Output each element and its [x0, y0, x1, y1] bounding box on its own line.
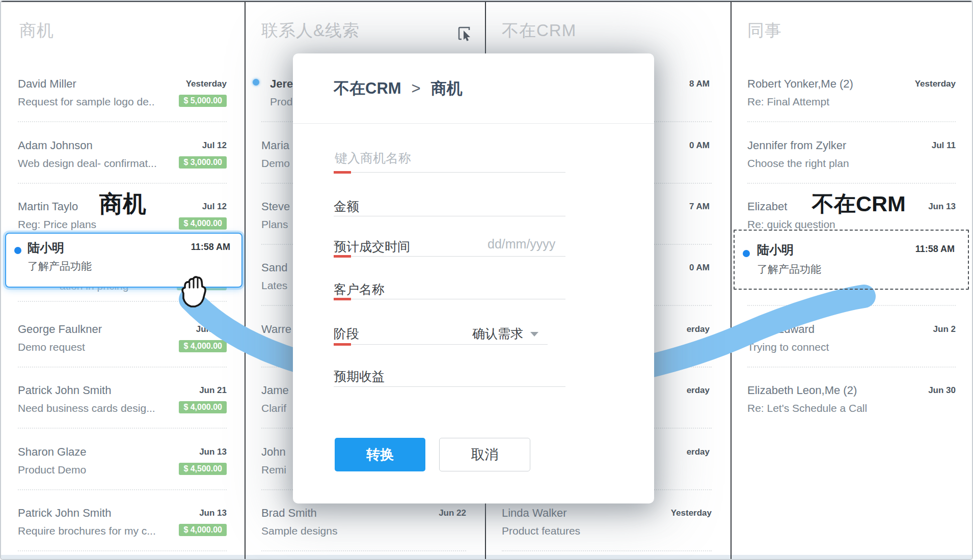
column-divider: [245, 1, 246, 559]
deal-card[interactable]: Adam JohnsonJul 12 Web design deal- conf…: [18, 139, 227, 176]
deal-amount-badge: $ 4,000.00: [179, 217, 227, 230]
unread-dot-icon: [743, 250, 750, 257]
column-title-opportunities: 商机: [19, 19, 54, 42]
card-subject: Web design deal- confirmat...: [18, 157, 157, 170]
not-in-crm-card[interactable]: Linda WalkerYesterday Product features: [502, 507, 712, 543]
card-name: Rose Edward: [747, 323, 815, 336]
chevron-down-icon[interactable]: [530, 332, 538, 337]
card-separator: [18, 428, 227, 429]
card-time: Jul 12: [202, 139, 227, 151]
card-subject: Trying to connect: [747, 341, 829, 353]
card-name: Elizabeth Leon,Me (2): [747, 384, 857, 397]
card-time: Jun 13: [928, 200, 956, 212]
deal-amount-badge: $ 5,000.00: [179, 95, 227, 107]
card-separator: [18, 183, 227, 184]
card-name: Jennifer from Zylker: [747, 139, 846, 152]
colleague-card[interactable]: Robert Yonker,Me (2)Yesterday Re: Final …: [747, 77, 956, 114]
card-subject: Product Demo: [18, 464, 86, 476]
card-separator: [747, 367, 956, 368]
stage-field-label: 阶段: [334, 325, 359, 342]
top-border-line: [1, 1, 972, 2]
card-subject: 了解产品功能: [757, 262, 821, 276]
card-subject: Require brochures for my c...: [18, 525, 156, 537]
card-subject: Demo: [261, 157, 290, 170]
field-underline: [334, 216, 565, 216]
unread-dot-icon: [14, 247, 21, 254]
card-subject: Lates: [261, 279, 287, 292]
card-time: Jun: [196, 323, 211, 334]
card-separator: [18, 489, 227, 490]
deal-amount-badge: $ 4,000.00: [179, 524, 227, 536]
card-name: Robert Yonker,Me (2): [747, 77, 853, 91]
card-subject: Clarif: [261, 402, 286, 414]
deal-card[interactable]: Patrick John SmithJun 13 Require brochur…: [18, 507, 227, 543]
deal-amount-badge: $ 4,000.00: [179, 340, 227, 352]
field-underline-required: [334, 344, 548, 345]
account-name-field-label[interactable]: 客户名称: [334, 281, 385, 298]
card-time: Jun 30: [928, 384, 956, 396]
annotation-not-in-crm-label: 不在CRM: [812, 189, 906, 219]
card-time: Jun 13: [199, 445, 227, 457]
card-time: Yesterday: [915, 77, 956, 89]
card-name: Maria: [261, 139, 289, 152]
colleague-card[interactable]: Elizabeth Leon,Me (2)Jun 30 Re: Let's Sc…: [747, 384, 956, 421]
breadcrumb-to: 商机: [431, 79, 463, 97]
card-name: Patrick John Smith: [18, 507, 111, 520]
deal-amount-badge: $ 4,500.00: [179, 463, 227, 475]
deal-card[interactable]: David MillerYesterday Request for sample…: [18, 77, 227, 114]
card-name: George Faulkner: [18, 323, 102, 336]
card-subject: Choose the right plan: [747, 157, 849, 170]
card-name: David Miller: [18, 77, 76, 91]
deal-amount-badge: $ 4,000.00: [179, 401, 227, 413]
crm-kanban-screen: 商机 联系人&线索 不在CRM 同事 David MillerYesterday…: [0, 0, 973, 560]
card-separator: [747, 121, 956, 122]
closing-date-input[interactable]: [487, 236, 601, 252]
card-separator: [18, 301, 227, 302]
card-time: Jul 12: [202, 200, 227, 212]
drop-target-card[interactable]: 陆小明 11:58 AM 了解产品功能: [734, 230, 969, 290]
card-name: Sand: [261, 261, 287, 274]
card-time: Yesterday: [186, 77, 227, 89]
card-separator: [18, 550, 227, 551]
convert-button[interactable]: 转换: [335, 438, 425, 471]
unread-dot-icon: [253, 79, 259, 86]
field-underline-required: [334, 172, 565, 173]
card-name: 陆小明: [757, 242, 794, 258]
card-time-fragment: erday: [687, 324, 710, 334]
card-separator: [502, 550, 712, 551]
deal-card[interactable]: George FaulknerJun Demo request$ 4,000.0…: [18, 323, 227, 359]
card-name: Adam Johnson: [18, 139, 93, 152]
card-subject: Re: Final Attempt: [747, 96, 829, 108]
deal-card[interactable]: Patrick John SmithJun 21 Need business c…: [18, 384, 227, 421]
expected-revenue-field-label[interactable]: 预期收益: [334, 368, 385, 385]
stage-select-value[interactable]: 确认需求: [472, 325, 523, 342]
column-title-colleagues: 同事: [747, 19, 782, 42]
card-time-fragment: 0 AM: [689, 263, 710, 273]
contact-card[interactable]: Brad SmithJun 22 Sample designs: [261, 507, 466, 543]
breadcrumb: 不在CRM>商机: [334, 78, 463, 99]
colleague-card[interactable]: Jennifer from ZylkerJul 11 Choose the ri…: [747, 139, 956, 176]
column-title-not-in-crm: 不在CRM: [502, 19, 576, 42]
card-time-fragment: 8 AM: [689, 79, 710, 89]
cancel-button[interactable]: 取消: [439, 438, 530, 471]
card-time-fragment: 7 AM: [689, 202, 710, 212]
colleague-card[interactable]: Rose EdwardJun 2 Trying to connect: [747, 323, 956, 359]
deal-card[interactable]: Sharon GlazeJun 13 Product Demo$ 4,500.0…: [18, 445, 227, 482]
select-window-icon[interactable]: [455, 23, 474, 43]
card-time-fragment: erday: [687, 447, 710, 457]
deal-name-input[interactable]: [334, 150, 560, 166]
selected-deal-card[interactable]: 陆小明 11:58 AM 了解产品功能: [5, 233, 242, 288]
annotation-opportunities-label: 商机: [99, 188, 146, 220]
card-time: Jun 2: [933, 323, 956, 334]
card-subject: W: [261, 341, 282, 353]
deal-amount-badge: $ 3,000.00: [179, 156, 227, 169]
amount-field-label[interactable]: 金额: [334, 198, 359, 215]
card-subject: Plans: [261, 218, 288, 231]
card-name: Brad Smith: [261, 507, 317, 520]
card-time: Jun 21: [199, 384, 227, 396]
card-time: Yesterday: [671, 507, 712, 518]
field-underline: [334, 386, 565, 387]
card-name: Warre: [261, 323, 291, 336]
card-subject: Demo request: [18, 341, 85, 353]
dialog-header-divider: [293, 123, 654, 124]
